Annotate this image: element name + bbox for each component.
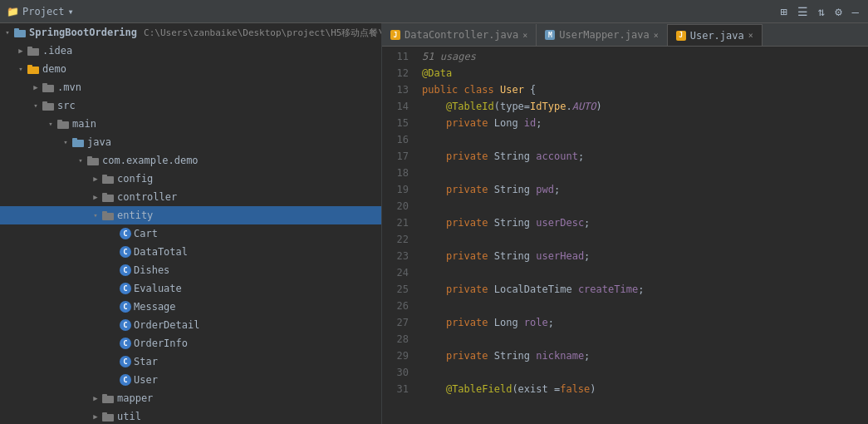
tree-label-star: Star: [134, 356, 158, 367]
tree-label-user: User: [134, 374, 158, 386]
code-line-30: [415, 364, 868, 381]
kw-public: public: [422, 81, 458, 98]
tree-item-mvn[interactable]: ▶ .mvn: [0, 78, 381, 96]
line-num-24: 24: [382, 264, 409, 281]
code-line-24: [415, 264, 868, 281]
code-line-25: private LocalDateTime createTime ;: [415, 281, 868, 298]
tree-item-config[interactable]: ▶ config: [0, 170, 381, 188]
tree-item-src[interactable]: ▾ src: [0, 96, 381, 115]
java-icon-datacontroller: J: [390, 30, 400, 40]
tree-label-cart: Cart: [134, 228, 158, 239]
tab-usermapper[interactable]: M UserMapper.java ×: [537, 24, 667, 46]
minimize-icon[interactable]: –: [850, 5, 861, 18]
tab-datacontroller[interactable]: J DataController.java ×: [382, 24, 537, 46]
tree-item-datatotal[interactable]: C DataTotal: [0, 243, 381, 261]
expand-arrow-controller: ▶: [90, 193, 101, 201]
top-bar: 📁 Project ▾ ⊞ ☰ ⇅ ⚙ –: [0, 0, 868, 23]
folder-icon-controller: [101, 191, 115, 203]
expand-arrow-util: ▶: [90, 412, 101, 421]
tab-close-user[interactable]: ×: [748, 31, 753, 40]
tree-item-orderinfo[interactable]: C OrderInfo: [0, 334, 381, 353]
file-tree-sidebar[interactable]: ▾ SpringBootOrdering C:\Users\zanbaike\D…: [0, 23, 382, 424]
line-numbers: 11 12 13 14 15 16 17 18 19 20 21 22 23 2…: [382, 47, 415, 424]
tree-item-message[interactable]: C Message: [0, 298, 381, 316]
project-icon: 📁: [7, 6, 19, 17]
list-icon[interactable]: ☰: [795, 5, 811, 18]
code-editor[interactable]: 11 12 13 14 15 16 17 18 19 20 21 22 23 2…: [382, 47, 868, 424]
line-num-15: 15: [382, 115, 409, 131]
code-line-15: private Long id ;: [415, 115, 868, 131]
tree-item-controller[interactable]: ▶ controller: [0, 188, 381, 206]
tab-user[interactable]: J User.java ×: [668, 24, 763, 46]
line-num-21: 21: [382, 214, 409, 231]
expand-arrow-idea: ▶: [15, 47, 27, 55]
line-num-25: 25: [382, 281, 409, 298]
tree-item-com[interactable]: ▾ com.example.demo: [0, 151, 381, 170]
expand-arrow-entity: ▾: [90, 211, 101, 219]
class-icon-user: C: [120, 374, 131, 386]
tab-label-user: User.java: [690, 30, 744, 42]
main-layout: ▾ SpringBootOrdering C:\Users\zanbaike\D…: [0, 23, 868, 424]
tree-item-user[interactable]: C User: [0, 371, 381, 389]
settings-icon[interactable]: ⚙: [832, 5, 844, 18]
layout-icon[interactable]: ⊞: [777, 5, 789, 18]
tree-label-orderinfo: OrderInfo: [134, 338, 188, 349]
tree-item-star[interactable]: C Star: [0, 353, 381, 371]
code-line-12: @Data: [415, 65, 868, 81]
svg-rect-21: [102, 211, 107, 214]
line-num-13: 13: [382, 81, 409, 98]
line-num-31: 31: [382, 381, 409, 397]
svg-rect-6: [42, 85, 54, 92]
tab-label-datacontroller: DataController.java: [405, 29, 518, 41]
tab-close-datacontroller[interactable]: ×: [522, 31, 527, 40]
code-line-27: private Long role ;: [415, 314, 868, 331]
tree-item-entity[interactable]: ▾ entity: [0, 206, 381, 224]
tree-label-src: src: [57, 100, 76, 111]
tree-label-java: java: [87, 136, 111, 148]
folder-icon-entity: [101, 210, 115, 221]
tree-item-evaluate[interactable]: C Evaluate: [0, 279, 381, 298]
tree-item-mapper[interactable]: ▶ mapper: [0, 389, 381, 407]
folder-icon-com: [86, 155, 100, 166]
tree-item-demo[interactable]: ▾ demo: [0, 60, 381, 78]
svg-rect-1: [14, 28, 19, 31]
tree-label-config: config: [117, 173, 153, 185]
mapper-icon-usermapper: M: [545, 30, 555, 40]
line-num-29: 29: [382, 348, 409, 364]
class-icon-cart: C: [120, 228, 131, 239]
expand-arrow-main: ▾: [45, 120, 56, 128]
tree-item-idea[interactable]: ▶ .idea: [0, 42, 381, 60]
tree-label-orderdetail: OrderDetail: [134, 319, 199, 331]
tab-close-usermapper[interactable]: ×: [654, 31, 659, 40]
tree-label-evaluate: Evaluate: [134, 283, 182, 294]
tree-label-com: com.example.demo: [102, 155, 199, 166]
tree-label-mvn: .mvn: [57, 81, 81, 93]
annotation-tableid: @TableId: [446, 98, 494, 115]
tree-label-idea: .idea: [42, 45, 72, 57]
code-line-22: [415, 231, 868, 248]
code-line-20: [415, 198, 868, 214]
tree-item-orderdetail[interactable]: C OrderDetail: [0, 316, 381, 334]
tree-item-dishes[interactable]: C Dishes: [0, 261, 381, 279]
class-icon-dishes: C: [120, 264, 131, 276]
svg-rect-12: [72, 140, 84, 147]
sort-icon[interactable]: ⇅: [816, 5, 827, 18]
dropdown-icon[interactable]: ▾: [68, 6, 74, 17]
class-icon-evaluate: C: [120, 283, 131, 294]
folder-icon-idea: [27, 45, 40, 57]
expand-arrow-mapper: ▶: [90, 394, 101, 402]
expand-arrow-config: ▶: [90, 175, 101, 183]
line-num-20: 20: [382, 198, 409, 214]
tree-item-springboot[interactable]: ▾ SpringBootOrdering C:\Users\zanbaike\D…: [0, 23, 381, 42]
svg-rect-5: [27, 65, 32, 67]
line-num-30: 30: [382, 364, 409, 381]
expand-arrow: ▾: [2, 28, 13, 37]
class-icon-orderdetail: C: [120, 319, 131, 331]
tree-item-main[interactable]: ▾ main: [0, 115, 381, 133]
topbar-icons: ⊞ ☰ ⇅ ⚙ –: [777, 5, 861, 18]
code-lines: 51 usages @Data public class User {: [415, 47, 868, 424]
line-num-28: 28: [382, 331, 409, 348]
tree-item-cart[interactable]: C Cart: [0, 224, 381, 243]
tree-item-java[interactable]: ▾ java: [0, 133, 381, 151]
tree-item-util[interactable]: ▶ util: [0, 407, 381, 424]
